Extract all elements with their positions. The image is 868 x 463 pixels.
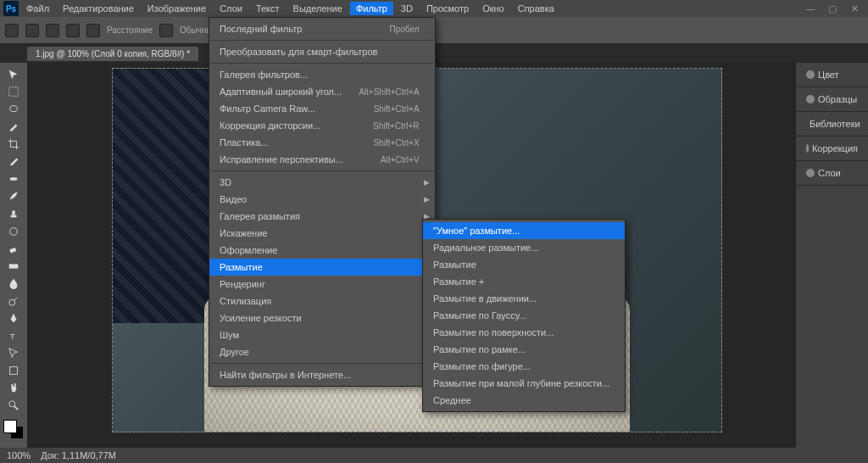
menu-3d[interactable]: 3D [395,2,419,15]
selection-mode-icon[interactable] [25,24,39,37]
menu-item-label: Размытие по фигуре... [433,361,609,371]
menu-layers[interactable]: Слои [214,2,248,15]
brush-tool[interactable] [2,188,25,205]
menu-item-рендеринг[interactable]: Рендеринг▶ [209,276,435,293]
menu-item-размытие[interactable]: Размытие▶ [209,259,435,276]
marquee-tool[interactable] [2,84,25,101]
shape-tool[interactable] [2,362,25,379]
svg-text:T: T [10,332,15,341]
blur-tool[interactable] [2,275,25,292]
color-swatch[interactable] [3,420,24,439]
color-wheel-icon [806,70,815,79]
selection-intersect-icon[interactable] [86,24,100,37]
type-tool[interactable]: T [2,327,25,344]
menu-text[interactable]: Текст [250,2,286,15]
move-tool[interactable] [2,66,25,83]
menu-file[interactable]: Файл [20,2,55,15]
menu-window[interactable]: Окно [476,2,510,15]
panel-layers[interactable]: Слои [796,161,868,186]
menu-item-label: Преобразовать для смарт-фильтров [220,47,420,57]
panel-adjustments[interactable]: Коррекция [796,137,868,161]
path-tool[interactable] [2,345,25,362]
heal-tool[interactable] [2,170,25,187]
menu-item-shortcut: Shift+Ctrl+R [373,121,419,131]
menu-item-оформление[interactable]: Оформление▶ [209,242,435,259]
menu-item-видео[interactable]: Видео▶ [209,191,435,208]
menu-item-shortcut: Shift+Ctrl+X [374,138,420,148]
menu-item-vanishing-point[interactable]: Исправление перспективы...Alt+Ctrl+V [209,151,435,168]
menu-item-другое[interactable]: Другое▶ [209,343,435,360]
menu-item-стилизация[interactable]: Стилизация▶ [209,293,435,310]
menu-help[interactable]: Справка [512,2,560,15]
crop-tool[interactable] [2,136,25,153]
panel-libraries[interactable]: Библиотеки [796,112,868,137]
menu-item-label: Галерея фильтров... [220,70,420,80]
menu-item-adaptive-wide[interactable]: Адаптивный широкий угол...Alt+Shift+Ctrl… [209,83,435,100]
menu-item-label: Другое [220,347,420,357]
maximize-button[interactable]: ▢ [822,2,843,15]
menu-item-shortcut: Alt+Ctrl+V [381,155,420,165]
submenu-item[interactable]: Размытие в движении... [423,290,625,307]
submenu-item[interactable]: Размытие + [423,273,625,290]
tool-preset-icon[interactable] [5,24,19,37]
selection-subtract-icon[interactable] [66,24,80,37]
menu-image[interactable]: Изображение [142,2,212,15]
menu-item-галерея-размытия[interactable]: Галерея размытия▶ [209,208,435,225]
submenu-item[interactable]: Размытие при малой глубине резкости... [423,375,625,392]
wand-tool[interactable] [2,119,25,136]
submenu-item[interactable]: Размытие по рамке... [423,341,625,358]
svg-rect-6 [9,248,16,254]
submenu-item[interactable]: Радиальное размытие... [423,239,625,256]
menu-item-усиление-резкости[interactable]: Усиление резкости▶ [209,310,435,326]
zoom-tool[interactable] [2,397,25,414]
panel-swatches[interactable]: Образцы [796,87,868,112]
hand-tool[interactable] [2,380,25,397]
panel-color[interactable]: Цвет [796,63,868,87]
menu-item-lens-correction[interactable]: Коррекция дисторсии...Shift+Ctrl+R [209,117,435,134]
close-button[interactable]: ✕ [844,2,865,15]
svg-rect-11 [10,366,18,374]
panel-label: Коррекция [812,143,858,153]
submenu-item[interactable]: Размытие по поверхности... [423,324,625,341]
menu-item-3d[interactable]: 3D▶ [209,174,435,191]
menu-filter[interactable]: Фильтр [350,2,393,15]
status-bar: 100% Док: 1,11М/0,77М [0,448,868,463]
menu-edit[interactable]: Редактирование [57,2,140,15]
menu-item-filter-gallery[interactable]: Галерея фильтров... [209,66,435,83]
selection-add-icon[interactable] [46,24,59,37]
eyedropper-tool[interactable] [2,153,25,170]
menu-item-label: Размытие в движении... [433,293,609,304]
svg-point-1 [10,105,18,111]
submenu-item[interactable]: Размытие по фигуре... [423,358,625,375]
dodge-tool[interactable] [2,293,25,310]
menu-item-label: Последний фильтр [220,24,373,34]
minimize-button[interactable]: — [800,2,821,15]
menu-item-browse-filters[interactable]: Найти фильтры в Интернете... [209,366,435,383]
submenu-item[interactable]: Среднее [423,392,625,409]
history-brush-tool[interactable] [2,223,25,240]
svg-point-12 [9,401,15,407]
submenu-item[interactable]: "Умное" размытие... [423,222,625,239]
pen-tool[interactable] [2,310,25,326]
menu-view[interactable]: Просмотр [420,2,475,15]
menu-item-label: Усиление резкости [220,313,420,323]
menu-item-last-filter[interactable]: Последний фильтр Пробел [209,20,435,37]
adjustments-icon [806,144,809,153]
stamp-tool[interactable] [2,205,25,222]
menu-item-шум[interactable]: Шум▶ [209,326,435,343]
gradient-tool[interactable] [2,258,25,275]
submenu-item[interactable]: Размытие по Гауссу... [423,307,625,324]
zoom-level[interactable]: 100% [7,450,31,460]
option-value[interactable] [159,24,173,37]
menu-item-искажение[interactable]: Искажение▶ [209,225,435,242]
submenu-item[interactable]: Размытие [423,256,625,273]
menu-select[interactable]: Выделение [287,2,348,15]
menu-item-liquify[interactable]: Пластика...Shift+Ctrl+X [209,134,435,151]
menu-item-label: Размытие при малой глубине резкости... [433,378,609,388]
lasso-tool[interactable] [2,101,25,118]
menu-item-camera-raw[interactable]: Фильтр Camera Raw...Shift+Ctrl+A [209,100,435,117]
eraser-tool[interactable] [2,240,25,257]
menu-item-shortcut: Shift+Ctrl+A [374,104,420,114]
document-tab[interactable]: 1.jpg @ 100% (Слой 0 копия, RGB/8#) * [27,47,198,61]
menu-item-smart-filter[interactable]: Преобразовать для смарт-фильтров [209,43,435,60]
